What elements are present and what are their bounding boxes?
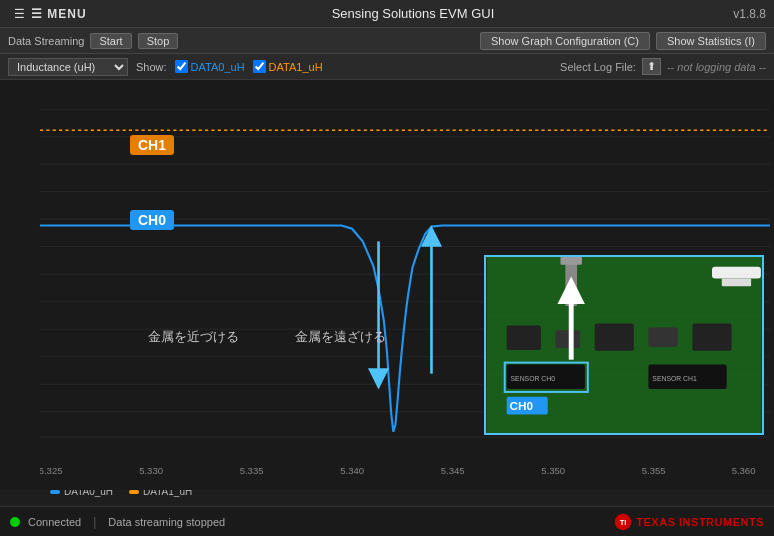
ti-logo: TI TEXAS INSTRUMENTS bbox=[614, 513, 764, 531]
svg-text:5.330: 5.330 bbox=[139, 465, 163, 476]
svg-rect-46 bbox=[507, 326, 541, 350]
svg-rect-45 bbox=[722, 279, 751, 287]
svg-text:5.345: 5.345 bbox=[441, 465, 465, 476]
svg-text:5.325: 5.325 bbox=[40, 465, 62, 476]
chart-area: 8.44 8.42 8.40 8.38 8.36 8.34 8.32 8.30 … bbox=[0, 80, 774, 490]
ti-logo-icon: TI bbox=[614, 513, 632, 531]
svg-marker-36 bbox=[368, 368, 389, 389]
show-statistics-button[interactable]: Show Statistics (I) bbox=[656, 32, 766, 50]
version-label: v1.8.8 bbox=[733, 7, 766, 21]
svg-rect-49 bbox=[648, 328, 677, 348]
menu-label: ☰ MENU bbox=[31, 7, 87, 21]
stop-button[interactable]: Stop bbox=[138, 33, 179, 49]
menu-button[interactable]: ☰ ☰ MENU bbox=[8, 5, 93, 23]
svg-text:5.340: 5.340 bbox=[340, 465, 364, 476]
data1-checkbox-group: DATA1_uH bbox=[253, 60, 323, 73]
status-text: Data streaming stopped bbox=[108, 516, 225, 528]
ch1-label: CH1 bbox=[130, 135, 174, 155]
select-log-label: Select Log File: bbox=[560, 61, 636, 73]
show-graph-config-button[interactable]: Show Graph Configuration (C) bbox=[480, 32, 650, 50]
connected-label: Connected bbox=[28, 516, 81, 528]
toolbar: Data Streaming Start Stop Show Graph Con… bbox=[0, 28, 774, 54]
status-bar: Connected | Data streaming stopped TI TE… bbox=[0, 506, 774, 536]
data-streaming-label: Data Streaming bbox=[8, 35, 84, 47]
data1-label: DATA1_uH bbox=[269, 61, 323, 73]
connected-indicator bbox=[10, 517, 20, 527]
svg-rect-44 bbox=[712, 267, 761, 279]
not-logging-label: -- not logging data -- bbox=[667, 61, 766, 73]
annotation-approach: 金属を近づける bbox=[148, 328, 239, 346]
svg-rect-43 bbox=[560, 257, 582, 265]
data0-checkbox[interactable] bbox=[175, 60, 188, 73]
data0-label: DATA0_uH bbox=[191, 61, 245, 73]
show-label: Show: bbox=[136, 61, 167, 73]
svg-text:5.335: 5.335 bbox=[240, 465, 264, 476]
menu-icon: ☰ bbox=[14, 7, 25, 21]
data1-checkbox[interactable] bbox=[253, 60, 266, 73]
pcb-content: SENSOR CH0 SENSOR CH1 CH0 bbox=[486, 257, 762, 433]
app-title: Sensing Solutions EVM GUI bbox=[93, 6, 734, 21]
data0-checkbox-group: DATA0_uH bbox=[175, 60, 245, 73]
svg-text:SENSOR CH1: SENSOR CH1 bbox=[652, 376, 697, 383]
controls-row: Inductance (uH) Show: DATA0_uH DATA1_uH … bbox=[0, 54, 774, 80]
svg-text:CH0: CH0 bbox=[510, 399, 534, 412]
svg-text:5.355: 5.355 bbox=[642, 465, 666, 476]
svg-text:5.360: 5.360 bbox=[732, 465, 756, 476]
pcb-image-overlay: SENSOR CH0 SENSOR CH1 CH0 bbox=[484, 255, 764, 435]
log-file-area: Select Log File: ⬆ -- not logging data -… bbox=[560, 58, 766, 75]
svg-text:5.350: 5.350 bbox=[541, 465, 565, 476]
ti-label: TEXAS INSTRUMENTS bbox=[636, 516, 764, 528]
upload-log-button[interactable]: ⬆ bbox=[642, 58, 661, 75]
svg-text:SENSOR CH0: SENSOR CH0 bbox=[511, 376, 556, 383]
inductance-select[interactable]: Inductance (uH) bbox=[8, 58, 128, 76]
pcb-svg: SENSOR CH0 SENSOR CH1 CH0 bbox=[486, 257, 762, 433]
annotation-retreat: 金属を遠ざける bbox=[295, 328, 386, 346]
status-separator: | bbox=[93, 515, 96, 529]
svg-rect-50 bbox=[692, 324, 731, 351]
title-bar: ☰ ☰ MENU Sensing Solutions EVM GUI v1.8.… bbox=[0, 0, 774, 28]
chart-wrapper: 8.44 8.42 8.40 8.38 8.36 8.34 8.32 8.30 … bbox=[0, 80, 774, 476]
svg-rect-47 bbox=[556, 331, 580, 349]
start-button[interactable]: Start bbox=[90, 33, 131, 49]
svg-text:TI: TI bbox=[620, 518, 627, 527]
svg-rect-48 bbox=[595, 324, 634, 351]
ch0-label: CH0 bbox=[130, 210, 174, 230]
